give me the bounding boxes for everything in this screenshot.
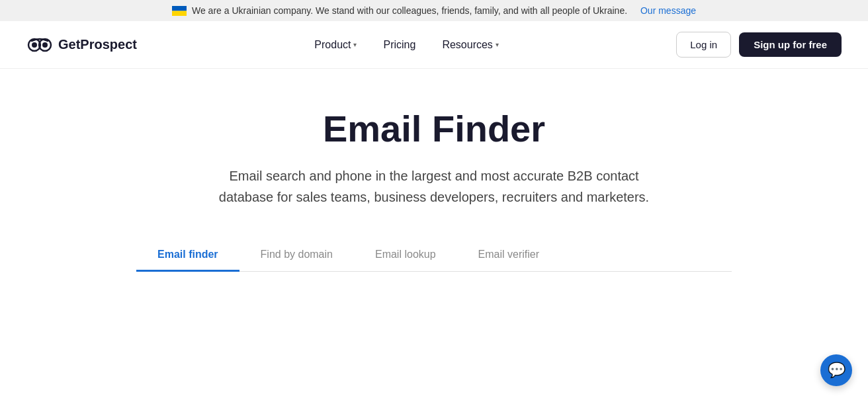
resources-chevron-icon: ▾	[496, 41, 499, 48]
header-actions: Log in Sign up for free	[676, 32, 842, 58]
logo-icon	[26, 36, 53, 54]
tab-email-finder[interactable]: Email finder	[136, 239, 239, 272]
nav-pricing-label: Pricing	[383, 39, 415, 51]
header: GetProspect Product ▾ Pricing Resources …	[0, 21, 868, 69]
hero-subtitle: Email search and phone in the largest an…	[209, 165, 659, 208]
main-nav: Product ▾ Pricing Resources ▾	[304, 34, 509, 56]
announcement-banner: We are a Ukrainian company. We stand wit…	[0, 0, 868, 21]
hero-section: Email Finder Email search and phone in t…	[0, 69, 868, 272]
nav-item-product[interactable]: Product ▾	[304, 34, 367, 56]
svg-point-3	[32, 42, 37, 48]
tab-email-verifier[interactable]: Email verifier	[457, 239, 560, 272]
tabs-container: Email finder Find by domain Email lookup…	[136, 239, 732, 272]
svg-rect-1	[172, 11, 187, 16]
banner-link[interactable]: Our message	[640, 5, 696, 16]
svg-rect-0	[172, 6, 187, 11]
nav-item-pricing[interactable]: Pricing	[372, 34, 426, 56]
logo[interactable]: GetProspect	[26, 36, 137, 54]
login-button[interactable]: Log in	[676, 32, 731, 58]
ukraine-flag-icon	[172, 6, 187, 16]
product-chevron-icon: ▾	[353, 41, 357, 48]
tab-email-lookup[interactable]: Email lookup	[354, 239, 457, 272]
nav-item-resources[interactable]: Resources ▾	[431, 34, 509, 56]
svg-point-5	[42, 42, 48, 48]
hero-title: Email Finder	[323, 108, 545, 149]
banner-text: We are a Ukrainian company. We stand wit…	[192, 5, 627, 16]
logo-text: GetProspect	[58, 37, 137, 52]
nav-resources-label: Resources	[442, 39, 492, 51]
tab-find-by-domain[interactable]: Find by domain	[239, 239, 354, 272]
nav-product-label: Product	[314, 39, 351, 51]
tab-bar: Email finder Find by domain Email lookup…	[136, 239, 732, 272]
signup-button[interactable]: Sign up for free	[739, 32, 842, 57]
